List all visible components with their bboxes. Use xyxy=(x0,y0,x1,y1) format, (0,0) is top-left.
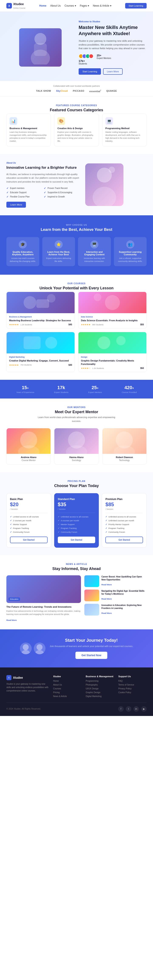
course-students-0: 1.2k Students xyxy=(21,324,32,326)
news-tag: News & Article xyxy=(6,563,147,565)
footer-link-graphic[interactable]: Graphic Design xyxy=(86,691,114,694)
nav-courses[interactable]: Courses ▾ xyxy=(65,4,76,7)
nav-home[interactable]: Home xyxy=(39,4,46,7)
footer-link-terms[interactable]: Terms of Service xyxy=(118,684,147,686)
social-youtube-icon[interactable]: ▶ xyxy=(141,706,147,712)
course-title-3: Graphic Design Fundamentals: Creativity … xyxy=(81,359,144,366)
footer-col-links-1: Programming Photography UI/UX Design Gra… xyxy=(86,680,114,697)
footer-link-about[interactable]: About Us xyxy=(53,684,81,686)
footer-link-faq[interactable]: FAQ xyxy=(118,680,147,682)
mentor-img-1 xyxy=(54,428,98,454)
social-linkedin-icon[interactable]: in xyxy=(134,706,139,712)
category-card-business[interactable]: 📊 Business & Management Learn key busine… xyxy=(6,114,51,146)
svg-point-23 xyxy=(36,644,43,650)
nav-about[interactable]: About Us xyxy=(50,4,61,7)
mentor-name-1: Hanna Alano xyxy=(54,456,98,458)
hero-avatars xyxy=(79,54,93,59)
news-main-article[interactable]: Education The Future of Remote Learning:… xyxy=(6,575,81,622)
plan-feature-premium-2: Priority Mentor Support xyxy=(106,523,143,525)
plan-name-basic: Basic Plan xyxy=(10,498,47,501)
why-icon-community: 👥 xyxy=(126,240,134,248)
why-card-quality: 🎓 Quality Education, Anytime, Anywhere A… xyxy=(6,237,39,266)
footer-link-home[interactable]: Home xyxy=(53,680,81,682)
about-learn-more-button[interactable]: Learn More xyxy=(6,202,26,208)
news-side-card-1[interactable]: Navigating the Digital Age: Essential Sk… xyxy=(84,590,147,601)
plan-feature-premium-1: Unlimited courses per month xyxy=(106,519,143,522)
mentor-card-0[interactable]: Andrew Alano Course Mentor xyxy=(6,428,51,465)
course-body-0: Business & Management Mastering Business… xyxy=(6,313,74,328)
news-side-readmore-2[interactable]: Read More xyxy=(101,612,112,614)
footer-link-marketing[interactable]: Digital Marketing xyxy=(86,695,114,697)
footer-link-uxdesign[interactable]: UI/UX Design xyxy=(86,687,114,690)
mentors-grid: Andrew Alano Course Mentor Hanna Alano S… xyxy=(6,428,147,465)
news-main-title: The Future of Remote Learning: Trends an… xyxy=(6,605,81,609)
news-section: News & Article Stay Informed, Stay Ahead… xyxy=(0,555,153,629)
plan-feature-premium-3: Program Tracking xyxy=(106,527,143,529)
about-feature-2: Educator Support xyxy=(6,191,43,194)
footer-col-courses: Business & Management Programming Photog… xyxy=(86,675,114,697)
footer-col-support: Support Us FAQ Terms of Service Privacy … xyxy=(118,675,147,697)
hero-stat-mentors: 25+ Expert Mentors xyxy=(97,54,111,65)
footer-link-cookie[interactable]: Cookie Policy xyxy=(118,691,147,694)
svg-point-24 xyxy=(35,650,44,654)
plan-features-premium: Unlimited access to all courses Unlimite… xyxy=(106,515,143,533)
plan-btn-premium[interactable]: Get Started xyxy=(106,536,143,543)
categories-section: Featured Course Categories Featured Cour… xyxy=(0,97,153,154)
plan-feature-standard-4: Community Forum xyxy=(58,531,95,533)
category-card-programming[interactable]: 💻 Programming Method Master coding langu… xyxy=(102,114,147,146)
svg-point-9 xyxy=(105,295,120,310)
why-icon-best: ⭐ xyxy=(55,240,63,248)
nav-news[interactable]: News & Article ▾ xyxy=(93,4,111,7)
courses-section: Our Courses Unlock Your Potential with E… xyxy=(0,275,153,380)
nav-cta-button[interactable]: Start Learning xyxy=(125,3,147,8)
plan-feature-basic-0: Limited access to all courses xyxy=(10,515,47,518)
social-facebook-icon[interactable]: f xyxy=(118,706,124,712)
cta-button[interactable]: Get Started Now xyxy=(76,652,107,659)
about-feature-4: Flexible Course Plan xyxy=(6,195,43,198)
course-card-3[interactable]: Design Graphic Design Fundamentals: Crea… xyxy=(78,332,147,372)
news-side-readmore-0[interactable]: Read More xyxy=(101,584,112,586)
footer-link-privacy[interactable]: Privacy Policy xyxy=(118,687,147,690)
category-desc-programming: Master coding languages, software develo… xyxy=(106,130,144,143)
plan-btn-standard[interactable]: Get Started xyxy=(58,536,95,543)
news-side-readmore-1[interactable]: Read More xyxy=(101,598,112,600)
footer-socials: f t in ▶ xyxy=(118,706,147,712)
footer-link-photography[interactable]: Photography xyxy=(86,684,114,686)
course-card-1[interactable]: Data Science Data Science Essentials: Fr… xyxy=(78,292,147,329)
footer-link-courses[interactable]: Courses xyxy=(53,687,81,690)
category-card-arts[interactable]: 🎨 Creative Arts & Design Explore your cr… xyxy=(54,114,99,146)
stat-experience: 15+ Years of Experience xyxy=(16,385,35,393)
course-students-1: 980 Students xyxy=(92,324,104,326)
hero-start-button[interactable]: Start Learning xyxy=(79,68,101,75)
course-img-bg-0 xyxy=(6,292,74,313)
why-card-desc-1: Expert instructors delivering life skill… xyxy=(45,257,73,263)
plan-feature-basic-2: Mentor Support xyxy=(10,523,47,525)
course-card-2[interactable]: Digital Marketing Creative Digital Marke… xyxy=(6,332,75,372)
partner-quakee: QUAKEE xyxy=(106,89,117,92)
stat-num-students: 17k xyxy=(54,385,68,390)
footer-link-pricing[interactable]: Pricing xyxy=(53,691,81,694)
plan-btn-basic[interactable]: Get Started xyxy=(10,536,47,543)
nav-pages[interactable]: Pages ▾ xyxy=(80,4,89,7)
categories-title: Featured Courses Categories xyxy=(6,108,147,112)
footer-link-news[interactable]: News & Article xyxy=(53,695,81,697)
hero-learn-button[interactable]: Learn More xyxy=(103,68,123,75)
mentor-card-2[interactable]: Robert Dawson Technology xyxy=(102,428,147,465)
social-twitter-icon[interactable]: t xyxy=(126,706,131,712)
course-img-1 xyxy=(79,292,147,313)
news-side-card-2[interactable]: Innovation in Education: Exploring New F… xyxy=(84,604,147,616)
course-meta-1: ★★★★★ 980 Students $55 xyxy=(81,323,144,326)
category-title-arts: Creative Arts & Design xyxy=(57,127,95,130)
course-img-bg-1 xyxy=(79,292,147,313)
footer-link-programming[interactable]: Programming xyxy=(86,680,114,682)
news-side-title-1: Navigating the Digital Age: Essential Sk… xyxy=(101,590,147,595)
course-card-0[interactable]: Business & Management Mastering Business… xyxy=(6,292,75,329)
svg-point-13 xyxy=(98,336,110,349)
course-category-1: Data Science xyxy=(81,316,144,318)
mentor-illustration-1 xyxy=(60,428,93,454)
course-illustration-0 xyxy=(19,292,62,313)
news-side-card-0[interactable]: Career Boost: How Upskilling Can Open Ne… xyxy=(84,575,147,587)
mentor-card-1[interactable]: Hanna Alano Sociology xyxy=(54,428,99,465)
svg-point-22 xyxy=(22,650,30,654)
news-read-more[interactable]: Read More xyxy=(6,619,17,621)
